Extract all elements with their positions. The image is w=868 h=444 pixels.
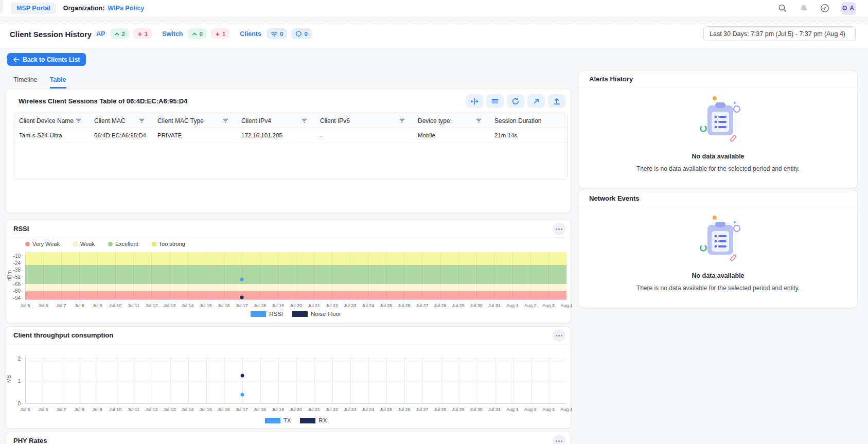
table-cell: Mobile	[412, 128, 489, 142]
table-cell: 21m 14s	[489, 128, 567, 142]
phy-rates-card: PHY Rates	[6, 432, 571, 444]
table-cell: Tam-s-S24-Ultra	[13, 128, 88, 142]
x-tick-label: Jul 9	[93, 407, 102, 412]
x-tick-label: Jul 20	[290, 303, 302, 308]
legend-swatch	[265, 418, 280, 423]
x-tick-label: Jul 6	[39, 407, 48, 412]
gridline	[260, 355, 261, 403]
x-tick-label: Jul 21	[308, 407, 320, 412]
x-tick-label: Jul 5	[20, 303, 30, 308]
column-header-client-mac: Client MAC	[88, 114, 152, 128]
alerts-history-title: Alerts History	[589, 75, 633, 83]
filter-icon[interactable]	[302, 118, 307, 123]
back-to-clients-button[interactable]: Back to Clients List	[7, 53, 86, 66]
tab-table[interactable]: Table	[50, 76, 66, 88]
clients-mesh-badge: 0	[291, 28, 311, 39]
gridline	[422, 355, 423, 403]
organization-label: Organization:	[63, 5, 105, 12]
x-tick-label: Jul 19	[272, 407, 284, 412]
filter-icon[interactable]	[223, 118, 228, 123]
network-events-card: Network Events No data available There i…	[578, 190, 858, 308]
x-tick-label: Jul 15	[200, 407, 212, 412]
x-tick-label: Aug 4	[560, 303, 573, 308]
zone-dot	[108, 242, 113, 246]
table-header-row: Client Device NameClient MACClient MAC T…	[13, 114, 567, 128]
x-tick-label: Jul 28	[434, 303, 447, 308]
rssi-x-axis: Jul 5Jul 6Jul 7Jul 8Jul 9Jul 10Jul 11Jul…	[25, 301, 566, 309]
x-tick-label: Jul 10	[109, 303, 121, 308]
tab-timeline[interactable]: Timeline	[13, 76, 38, 88]
x-tick-label: Aug 1	[506, 303, 519, 308]
gridline	[115, 252, 116, 299]
gridline	[314, 252, 314, 299]
rx-data-point[interactable]	[240, 374, 244, 377]
legend-swatch	[300, 418, 315, 423]
legend-item-tx: TX	[265, 417, 291, 423]
x-tick-label: Jul 12	[145, 407, 157, 412]
alerts-history-card: Alerts History No data available There i…	[578, 70, 858, 188]
table-cell: PRIVATE	[152, 128, 236, 142]
gridline	[278, 252, 278, 299]
x-tick-label: Aug 2	[524, 407, 537, 412]
filter-icon[interactable]	[76, 118, 81, 123]
export-icon[interactable]	[548, 94, 565, 108]
gridline	[152, 355, 152, 403]
y-tick-label: -24	[13, 260, 21, 265]
switch-down-badge: 1	[211, 28, 229, 39]
topbar-icons: ? O A	[777, 2, 868, 15]
wifi-icon	[271, 31, 278, 37]
refresh-icon[interactable]	[507, 94, 524, 108]
arrow-down-icon	[137, 31, 143, 37]
zone-dot	[25, 242, 30, 246]
x-tick-label: Jul 19	[272, 303, 284, 308]
gridline	[350, 355, 351, 403]
table-row[interactable]: Tam-s-S24-Ultra06:4D:EC:A6:95:D4PRIVATE1…	[13, 128, 567, 143]
x-tick-label: Jul 21	[308, 303, 320, 308]
legend-item-noise-floor: Noise Floor	[292, 311, 341, 317]
switch-label: Switch	[162, 30, 183, 38]
help-icon[interactable]: ?	[820, 3, 830, 13]
columns-icon[interactable]	[486, 94, 504, 108]
search-icon[interactable]	[777, 3, 788, 13]
x-tick-label: Jul 26	[398, 407, 410, 412]
filter-icon[interactable]	[476, 118, 482, 123]
more-options-icon[interactable]	[553, 435, 565, 444]
more-options-icon[interactable]	[553, 223, 565, 235]
x-tick-label: Jul 27	[416, 407, 428, 412]
y-tick-label: 2	[17, 356, 21, 361]
throughput-card: Client throughput consumption MB 012 Jul…	[6, 326, 571, 429]
svg-text:?: ?	[823, 5, 826, 11]
x-tick-label: Jul 25	[380, 303, 392, 308]
gridline	[151, 252, 152, 299]
h-gridline	[26, 359, 567, 359]
x-tick-label: Jul 11	[128, 303, 139, 308]
msp-portal-badge[interactable]: MSP Portal	[11, 3, 56, 14]
more-options-icon[interactable]	[553, 329, 565, 342]
gridline	[422, 252, 422, 299]
organization-link[interactable]: WIPs Policy	[108, 5, 144, 12]
column-resize-icon[interactable]	[466, 94, 483, 108]
tx-data-point[interactable]	[240, 393, 244, 396]
gridline	[133, 252, 134, 299]
noise-floor-data-point[interactable]	[240, 296, 243, 299]
throughput-x-axis: Jul 5Jul 6Jul 7Jul 8Jul 9Jul 10Jul 11Jul…	[25, 405, 566, 413]
gridline	[43, 252, 44, 299]
x-tick-label: Jul 17	[236, 407, 248, 412]
gridline	[260, 252, 260, 299]
rssi-y-axis: -10-24-38-52-66-80-94	[6, 252, 23, 299]
rssi-data-point[interactable]	[240, 277, 243, 281]
date-range-picker[interactable]: Last 30 Days: 7:37 pm (Jul 5) - 7:37 pm …	[703, 26, 856, 41]
x-tick-label: Jul 14	[182, 303, 194, 308]
filter-icon[interactable]	[399, 118, 405, 123]
rssi-zone-legend: Very WeakWeakExcellentToo strong	[25, 241, 185, 247]
chevron-up-icon	[114, 31, 119, 37]
zone-too-strong: Too strong	[152, 241, 185, 247]
x-tick-label: Jul 24	[362, 407, 374, 412]
ap-label: AP	[96, 30, 105, 38]
filter-icon[interactable]	[139, 118, 145, 123]
avatar[interactable]: O A	[841, 2, 856, 15]
network-events-title: Network Events	[589, 194, 640, 202]
bell-icon[interactable]	[799, 3, 809, 13]
column-header-session-duration: Session Duration	[489, 114, 567, 128]
expand-icon[interactable]	[527, 94, 545, 108]
